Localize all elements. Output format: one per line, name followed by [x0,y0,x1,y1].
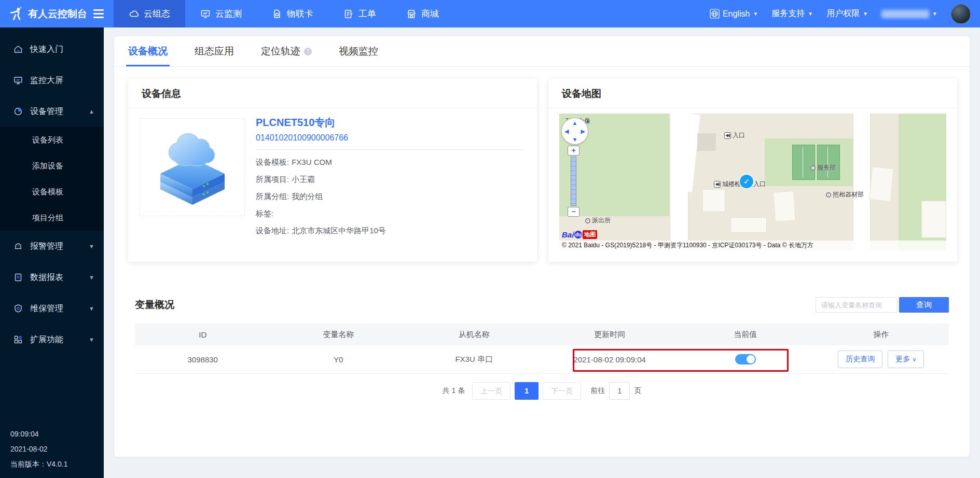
pagination-prev-button[interactable]: 上一页 [472,382,510,400]
search-button[interactable]: 查询 [899,297,949,313]
maintenance-shield-icon [13,304,23,313]
sidebar-item-label: 报警管理 [30,241,63,252]
device-location-marker[interactable]: ✓ [740,175,753,188]
current-value-toggle[interactable] [735,354,756,364]
device-serial-link[interactable]: 01401020100900006766 [256,133,523,143]
chevron-down-icon: ▼ [808,11,813,17]
sidebar-item-quick-start[interactable]: 快速入门 [0,34,104,65]
baidu-map[interactable]: 孙中山像 入口 服务部 [559,114,946,250]
usr-person-logo-icon [8,6,24,22]
hamburger-menu-icon[interactable] [93,9,104,18]
pagination-next-button[interactable]: 下一页 [543,382,581,400]
tab-scada-application[interactable]: 组态应用 [195,36,234,66]
map-zoom-slider[interactable] [571,157,576,206]
cell-id: 3098830 [135,345,270,373]
globe-icon [710,9,720,19]
device-info-panel: 设备信息 [128,79,537,262]
pan-down-icon[interactable]: ▼ [572,136,578,143]
sidebar-subitem-device-list[interactable]: 设备列表 [0,127,104,153]
top-nav-work-order[interactable]: 工单 [328,0,391,27]
map-label-police-station: 派出所 [585,216,611,225]
top-nav-label: 商城 [421,8,439,20]
map-building [702,189,725,212]
chevron-down-icon: ▼ [753,11,758,17]
top-nav-mall[interactable]: 商城 [391,0,454,27]
variable-search-input[interactable] [816,297,898,313]
chevron-down-icon: ▼ [89,274,94,280]
sidebar-subitem-label: 设备列表 [32,135,63,145]
variables-section: 变量概况 查询 ID 变量名称 从机名称 更新时间 当前值 操作 3098830 [114,293,970,400]
sidebar-item-label: 快速入门 [30,44,63,55]
entrance-icon [714,181,721,188]
logo-area[interactable]: 有人云控制台 [0,6,104,22]
pagination-goto-input[interactable] [609,382,630,400]
map-building [773,191,796,222]
chevron-down-icon: ▼ [89,243,94,249]
help-icon[interactable]: ? [304,48,312,55]
more-button[interactable]: 更多∨ [888,350,924,368]
map-basketball-court [817,145,840,180]
pagination-total: 共 1 条 [443,386,465,396]
sidebar-item-monitor-screen[interactable]: 监控大屏 [0,65,104,96]
cloud-icon [129,9,139,19]
service-support-menu[interactable]: 服务支持 ▼ [771,8,813,19]
map-building [697,133,716,151]
device-name-link[interactable]: PLCNET510专向 [256,116,523,130]
sidebar-item-extension-functions[interactable]: 扩展功能 ▼ [0,324,104,355]
sidebar-item-label: 数据报表 [30,272,63,283]
alarm-icon [13,242,23,251]
device-info-title: 设备信息 [128,79,537,108]
chevron-down-icon: ▼ [89,336,94,343]
map-road [853,114,871,250]
tab-video-monitor[interactable]: 视频监控 [339,36,378,66]
report-icon [13,273,23,282]
chevron-down-icon: ▼ [863,11,868,17]
history-query-button[interactable]: 历史查询 [838,350,882,368]
top-nav-label: 云组态 [144,8,170,20]
top-nav-iot-card[interactable]: 物联卡 [257,0,328,27]
sidebar: 快速入门 监控大屏 设备管理 ▲ [0,27,104,478]
pan-left-icon[interactable]: ◀ [564,128,569,135]
account-menu[interactable]: ▼ [881,10,937,18]
map-attribution: © 2021 Baidu - GS(2019)5218号 - 甲测资字11009… [559,241,946,250]
device-map-panel: 设备地图 [548,79,957,262]
pagination: 共 1 条 上一页 1 下一页 前往 页 [114,382,970,400]
pan-up-icon[interactable]: ▲ [572,120,578,126]
sidebar-subitem-device-template[interactable]: 设备模板 [0,179,104,205]
top-nav-cloud-scada[interactable]: 云组态 [114,0,185,27]
map-pan-control[interactable]: ▲ ▼ ◀ ▶ [561,118,588,145]
sidebar-item-data-report[interactable]: 数据报表 ▼ [0,262,104,293]
baidu-maps-logo: Bai du 地图 [562,230,597,239]
col-slave-name: 从机名称 [406,324,542,345]
user-permission-menu[interactable]: 用户权限 ▼ [826,8,868,19]
col-update-time: 更新时间 [542,324,677,345]
variables-title: 变量概况 [135,298,174,312]
tab-device-overview[interactable]: 设备概况 [128,36,168,66]
sidebar-item-device-management[interactable]: 设备管理 ▲ [0,96,104,127]
pagination-page-label: 页 [634,386,641,396]
col-variable-name: 变量名称 [270,324,406,345]
map-label-service-dept: 服务部 [810,163,836,172]
language-switcher[interactable]: English ▼ [710,9,758,19]
map-building [869,166,893,201]
pagination-page-1[interactable]: 1 [515,382,539,400]
avatar[interactable] [951,4,971,24]
entrance-icon [724,132,731,139]
sidebar-item-label: 维保管理 [30,303,63,314]
table-row: 3098830 Y0 FX3U 串口 2021-08-02 09:09:04 历… [135,345,949,374]
sidebar-subitem-add-device[interactable]: 添加设备 [0,153,104,179]
sidebar-subitem-project-group[interactable]: 项目分组 [0,205,104,231]
map-zoom-in-button[interactable]: + [568,146,579,156]
footer-date: 2021-08-02 [10,442,67,457]
map-zoom-out-button[interactable]: − [568,207,579,217]
sidebar-item-label: 扩展功能 [30,334,63,345]
sidebar-item-alarm-management[interactable]: 报警管理 ▼ [0,231,104,262]
pan-right-icon[interactable]: ▶ [581,128,585,135]
sidebar-item-maintenance-management[interactable]: 维保管理 ▼ [0,293,104,324]
tab-location-track[interactable]: 定位轨迹 ? [261,36,312,66]
top-nav: 云组态 云监测 物联卡 [114,0,454,27]
top-nav-cloud-monitor[interactable]: 云监测 [185,0,257,27]
big-screen-icon [13,76,23,85]
col-actions: 操作 [813,324,948,345]
tab-label: 设备概况 [128,45,168,58]
